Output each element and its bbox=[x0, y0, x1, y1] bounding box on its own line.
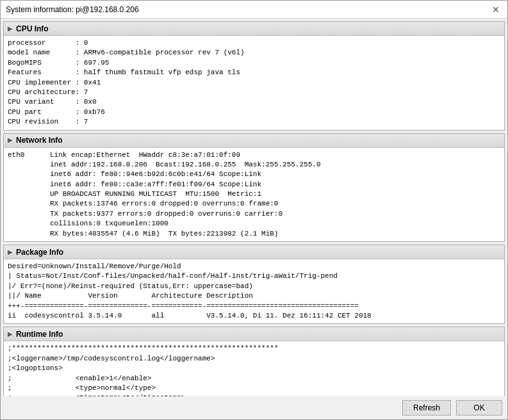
network-section-title: Network Info bbox=[16, 136, 63, 145]
package-section: Package Info Desired=Unknown/Install/Rem… bbox=[3, 245, 505, 324]
main-window: System information: pi@192.168.0.206 ✕ C… bbox=[0, 0, 508, 420]
content-area: CPU Info processor : 0 model name : ARMv… bbox=[1, 19, 507, 396]
package-section-body[interactable]: Desired=Unknown/Install/Remove/Purge/Hol… bbox=[4, 259, 504, 323]
ok-button[interactable]: OK bbox=[456, 400, 502, 416]
network-section-header: Network Info bbox=[4, 134, 504, 148]
refresh-button[interactable]: Refresh bbox=[402, 400, 451, 416]
package-section-title: Package Info bbox=[16, 248, 63, 257]
cpu-section-header: CPU Info bbox=[4, 22, 504, 36]
runtime-section-title: Runtime Info bbox=[16, 330, 63, 339]
runtime-section-header: Runtime Info bbox=[4, 327, 504, 341]
runtime-section-body[interactable]: ;***************************************… bbox=[4, 341, 504, 396]
network-section-body[interactable]: eth0 Link encap:Ethernet HWaddr c8:3e:a7… bbox=[4, 148, 504, 242]
cpu-section-title: CPU Info bbox=[16, 24, 49, 33]
cpu-section: CPU Info processor : 0 model name : ARMv… bbox=[3, 21, 505, 131]
cpu-section-body[interactable]: processor : 0 model name : ARMv6-compati… bbox=[4, 36, 504, 130]
network-section: Network Info eth0 Link encap:Ethernet HW… bbox=[3, 133, 505, 243]
package-section-header: Package Info bbox=[4, 245, 504, 259]
close-button[interactable]: ✕ bbox=[489, 3, 502, 16]
runtime-section: Runtime Info ;**************************… bbox=[3, 327, 505, 396]
title-bar: System information: pi@192.168.0.206 ✕ bbox=[1, 1, 507, 19]
footer: Refresh OK bbox=[1, 396, 507, 419]
window-title: System information: pi@192.168.0.206 bbox=[6, 5, 139, 14]
